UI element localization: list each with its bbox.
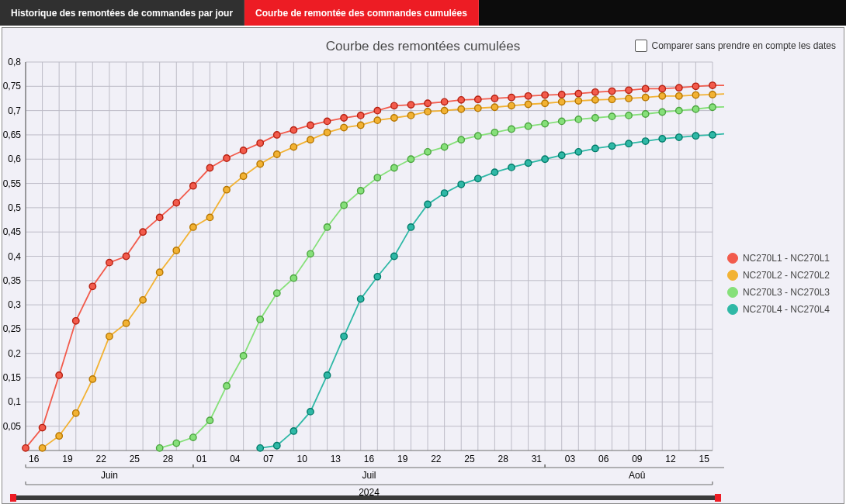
svg-text:0,55: 0,55	[3, 178, 22, 189]
svg-text:28: 28	[163, 454, 174, 464]
chart-plot[interactable]: 0,050,10,150,20,250,30,350,40,450,50,550…	[2, 28, 724, 504]
legend-swatch-icon	[727, 253, 738, 264]
svg-text:04: 04	[230, 454, 241, 464]
tab-cumulative-curve[interactable]: Courbe de remontée des commandes cumulée…	[244, 0, 479, 26]
legend-swatch-icon	[727, 304, 738, 315]
svg-text:0,6: 0,6	[8, 154, 21, 164]
svg-text:19: 19	[62, 454, 73, 464]
legend-label: NC270L1 - NC270L1	[743, 253, 830, 264]
svg-text:06: 06	[598, 454, 609, 464]
svg-text:0,65: 0,65	[3, 129, 22, 140]
svg-text:0,2: 0,2	[8, 348, 21, 359]
svg-text:01: 01	[196, 454, 207, 464]
svg-text:16: 16	[29, 454, 40, 464]
legend-item[interactable]: NC270L3 - NC270L3	[727, 287, 830, 298]
svg-text:10: 10	[296, 454, 307, 464]
svg-text:0,75: 0,75	[3, 81, 22, 91]
svg-text:22: 22	[95, 454, 106, 464]
svg-text:0,1: 0,1	[8, 396, 21, 407]
svg-text:03: 03	[565, 454, 576, 464]
svg-text:0,25: 0,25	[3, 323, 22, 334]
svg-text:0,4: 0,4	[8, 251, 21, 262]
svg-text:Aoû: Aoû	[629, 470, 645, 481]
legend-label: NC270L3 - NC270L3	[743, 287, 830, 298]
tab-bar: Historique des remontées de commandes pa…	[0, 0, 846, 26]
svg-text:31: 31	[532, 454, 543, 464]
svg-text:15: 15	[699, 454, 710, 464]
zoom-scrollbar[interactable]	[12, 495, 719, 500]
svg-text:28: 28	[498, 454, 509, 464]
tab-history-per-day[interactable]: Historique des remontées de commandes pa…	[0, 0, 244, 26]
svg-text:0,15: 0,15	[3, 372, 22, 383]
svg-text:Juil: Juil	[362, 470, 376, 481]
svg-text:07: 07	[263, 454, 274, 464]
svg-text:09: 09	[632, 454, 643, 464]
svg-text:0,05: 0,05	[3, 421, 22, 432]
svg-text:25: 25	[464, 454, 475, 464]
legend-label: NC270L2 - NC270L2	[743, 270, 830, 281]
svg-text:0,3: 0,3	[8, 299, 21, 310]
svg-text:16: 16	[364, 454, 375, 464]
svg-text:0,7: 0,7	[8, 105, 21, 116]
legend-item[interactable]: NC270L1 - NC270L1	[727, 253, 830, 264]
svg-text:0,35: 0,35	[3, 275, 22, 286]
legend-item[interactable]: NC270L4 - NC270L4	[727, 304, 830, 315]
svg-text:13: 13	[331, 454, 342, 464]
svg-text:Juin: Juin	[101, 470, 118, 481]
svg-text:22: 22	[431, 454, 442, 464]
svg-text:19: 19	[397, 454, 408, 464]
legend-label: NC270L4 - NC270L4	[743, 304, 830, 315]
svg-text:0,5: 0,5	[8, 202, 21, 213]
svg-text:0,45: 0,45	[3, 226, 22, 237]
svg-text:25: 25	[130, 454, 140, 464]
legend-swatch-icon	[727, 287, 738, 298]
legend-item[interactable]: NC270L2 - NC270L2	[727, 270, 830, 281]
legend-swatch-icon	[727, 270, 738, 281]
chart-panel: Courbe des remontées cumulées Comparer s…	[2, 27, 844, 504]
svg-text:12: 12	[665, 454, 676, 464]
svg-text:0,8: 0,8	[8, 57, 21, 67]
chart-legend: NC270L1 - NC270L1NC270L2 - NC270L2NC270L…	[727, 253, 830, 315]
